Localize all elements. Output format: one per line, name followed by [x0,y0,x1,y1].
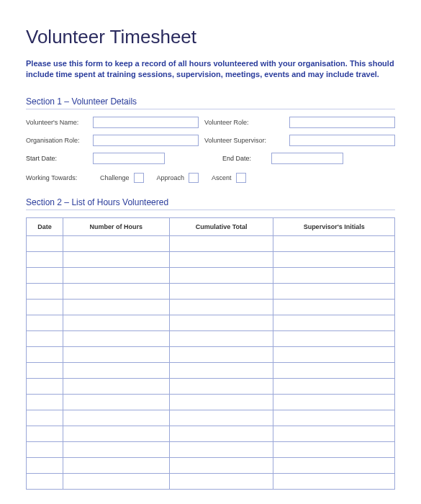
table-cell[interactable] [169,362,273,378]
table-cell[interactable] [169,299,273,315]
table-cell[interactable] [63,426,170,441]
table-cell[interactable] [273,346,395,362]
input-supervisor[interactable] [289,135,395,146]
table-row [27,441,395,457]
table-cell[interactable] [27,426,63,441]
table-cell[interactable] [63,235,170,251]
label-approach: Approach [157,174,185,181]
table-cell[interactable] [169,426,273,441]
table-cell[interactable] [273,235,395,251]
col-cumulative: Cumulative Total [169,217,273,235]
table-cell[interactable] [169,251,273,267]
label-supervisor: Volunteer Supervisor: [204,137,284,144]
input-volunteer-role[interactable] [289,117,395,128]
table-cell[interactable] [63,330,170,346]
table-cell[interactable] [169,267,273,283]
intro-text: Please use this form to keep a record of… [26,58,395,81]
table-cell[interactable] [63,346,170,362]
table-cell[interactable] [63,394,170,410]
table-cell[interactable] [273,283,395,299]
table-cell[interactable] [27,251,63,267]
volunteer-details-grid: Volunteer's Name: Volunteer Role: Organi… [26,117,395,146]
checkbox-ascent[interactable] [236,173,246,183]
table-cell[interactable] [169,394,273,410]
table-cell[interactable] [63,362,170,378]
table-cell[interactable] [27,441,63,457]
table-cell[interactable] [273,299,395,315]
table-cell[interactable] [273,330,395,346]
table-cell[interactable] [169,457,273,473]
table-cell[interactable] [273,457,395,473]
table-cell[interactable] [27,410,63,426]
table-cell[interactable] [63,410,170,426]
table-cell[interactable] [63,378,170,394]
table-cell[interactable] [273,378,395,394]
page-title: Volunteer Timesheet [26,26,395,48]
label-volunteer-name: Volunteer's Name: [26,119,87,126]
table-cell[interactable] [27,457,63,473]
table-cell[interactable] [27,346,63,362]
table-row [27,299,395,315]
section2-heading: Section 2 – List of Hours Volunteered [26,197,395,210]
table-cell[interactable] [27,299,63,315]
input-end-date[interactable] [271,153,343,164]
table-cell[interactable] [273,315,395,330]
table-row [27,362,395,378]
table-cell[interactable] [273,426,395,441]
table-cell[interactable] [169,473,273,489]
table-row [27,235,395,251]
col-initials: Supervisor's Initials [273,217,395,235]
table-cell[interactable] [273,473,395,489]
table-cell[interactable] [27,330,63,346]
page: Volunteer Timesheet Please use this form… [0,0,421,504]
table-cell[interactable] [27,473,63,489]
table-cell[interactable] [27,235,63,251]
table-cell[interactable] [63,267,170,283]
input-start-date[interactable] [93,153,165,164]
table-row [27,457,395,473]
dates-row: Start Date: End Date: [26,153,395,164]
table-cell[interactable] [63,473,170,489]
table-cell[interactable] [63,283,170,299]
table-row [27,251,395,267]
table-cell[interactable] [169,315,273,330]
label-challenge: Challenge [100,174,130,181]
table-cell[interactable] [273,362,395,378]
table-cell[interactable] [273,394,395,410]
table-cell[interactable] [63,251,170,267]
table-cell[interactable] [273,441,395,457]
table-cell[interactable] [63,441,170,457]
table-cell[interactable] [273,267,395,283]
checkbox-challenge[interactable] [134,173,144,183]
table-cell[interactable] [169,235,273,251]
table-cell[interactable] [27,283,63,299]
input-volunteer-name[interactable] [93,117,199,128]
input-org-role[interactable] [93,135,199,146]
table-cell[interactable] [63,457,170,473]
table-cell[interactable] [273,410,395,426]
table-row [27,330,395,346]
table-cell[interactable] [63,299,170,315]
table-cell[interactable] [27,394,63,410]
table-cell[interactable] [27,315,63,330]
checkbox-approach[interactable] [189,173,199,183]
label-working-towards: Working Towards: [26,174,87,181]
table-row [27,473,395,489]
table-row [27,283,395,299]
table-row [27,315,395,330]
table-cell[interactable] [169,410,273,426]
table-cell[interactable] [27,362,63,378]
table-cell[interactable] [169,283,273,299]
section1-heading: Section 1 – Volunteer Details [26,96,395,109]
table-cell[interactable] [169,330,273,346]
table-cell[interactable] [169,346,273,362]
table-cell[interactable] [273,251,395,267]
table-cell[interactable] [63,315,170,330]
table-row [27,426,395,441]
table-cell[interactable] [27,267,63,283]
table-cell[interactable] [27,378,63,394]
label-start-date: Start Date: [26,155,87,162]
table-cell[interactable] [169,378,273,394]
table-cell[interactable] [169,441,273,457]
label-volunteer-role: Volunteer Role: [204,119,284,126]
